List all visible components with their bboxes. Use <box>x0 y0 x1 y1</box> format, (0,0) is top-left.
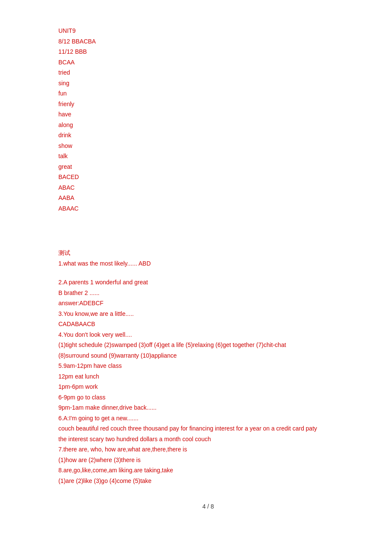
unit-line-14: great <box>58 162 358 172</box>
test-item-14: 9pm-1am make dinner,drive back...... <box>58 402 358 413</box>
unit-line-11: drink <box>58 130 358 141</box>
unit-line-18: ABAAC <box>58 203 358 214</box>
unit-line-13: talk <box>58 151 358 162</box>
test-section: 测试 1.what was the most likely...... ABD … <box>58 248 358 486</box>
test-item-15: 6.A:I'm going to get a new....... <box>58 413 358 424</box>
test-item-2: 2.A parents 1 wonderful and great <box>58 277 358 288</box>
test-item-20: 8.are,go,like,come,am liking.are taking,… <box>58 465 358 476</box>
test-item-0: 1.what was the most likely...... ABD <box>58 258 358 269</box>
test-item-5: 3.You know,we are a little..... <box>58 309 358 319</box>
unit-line-16: ABAC <box>58 182 358 193</box>
test-item-4: answer:ADEBCF <box>58 298 358 309</box>
test-item-6: CADABAACB <box>58 319 358 330</box>
test-item-13: 6-9pm go to class <box>58 392 358 403</box>
page-footer: 4 / 8 <box>58 503 358 510</box>
unit-line-12: show <box>58 141 358 151</box>
test-item-3: B brather 2 ...... <box>58 288 358 298</box>
test-item-12: 1pm-6pm work <box>58 382 358 392</box>
unit-line-2: 8/12 BBACBA <box>58 36 358 47</box>
unit-line-7: fun <box>58 88 358 99</box>
unit-section: UNIT9 8/12 BBACBA 11/12 BBB BCAA tried s… <box>58 26 358 214</box>
unit-line-10: along <box>58 120 358 130</box>
test-item-16: couch beautiful red couch three thousand… <box>58 423 358 434</box>
test-item-10: 5.9am-12pm have class <box>58 361 358 371</box>
unit-line-17: AABA <box>58 193 358 203</box>
unit-line-5: tried <box>58 67 358 78</box>
page-number: 4 / 8 <box>202 503 214 510</box>
test-item-7: 4.You don't look very well.... <box>58 330 358 340</box>
unit-line-15: BACED <box>58 172 358 182</box>
test-item-9: (8)surround sound (9)warranty (10)applia… <box>58 350 358 361</box>
unit-line-6: sing <box>58 78 358 89</box>
unit-line-4: BCAA <box>58 57 358 68</box>
test-item-18: 7.there are, who, how are,what are,there… <box>58 444 358 455</box>
test-item-11: 12pm eat lunch <box>58 371 358 382</box>
unit-line-3: 11/12 BBB <box>58 46 358 57</box>
unit-line-9: have <box>58 109 358 120</box>
unit-line-1: UNIT9 <box>58 26 358 36</box>
test-label: 测试 <box>58 248 358 258</box>
unit-line-8: frienly <box>58 99 358 110</box>
test-item-19: (1)how are (2)where (3)there is <box>58 455 358 465</box>
test-item-8: (1)tight schedule (2)swamped (3)off (4)g… <box>58 340 358 350</box>
main-content: UNIT9 8/12 BBACBA 11/12 BBB BCAA tried s… <box>58 26 358 486</box>
test-item-21: (1)are (2)like (3)go (4)come (5)take <box>58 476 358 486</box>
test-item-17: the interest scary two hundred dollars a… <box>58 434 358 445</box>
